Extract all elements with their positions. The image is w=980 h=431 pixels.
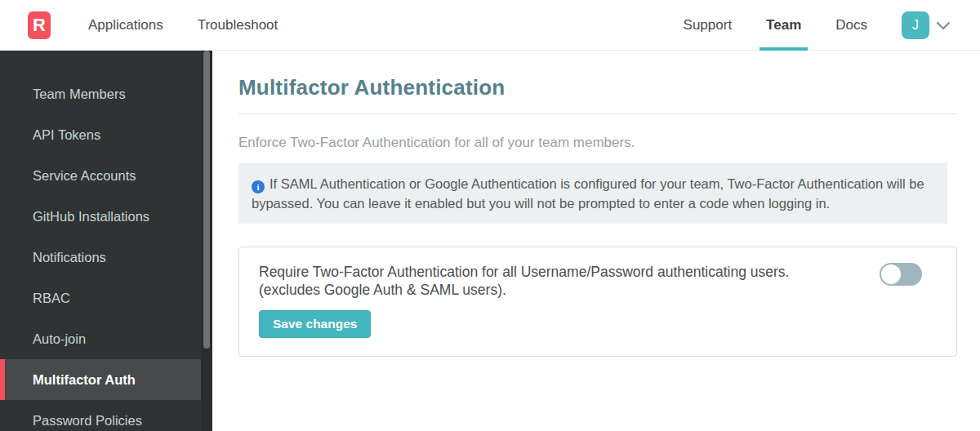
sidebar-item-github-installations[interactable]: GitHub Installations [0,196,201,237]
title-divider [238,113,957,114]
info-banner-text: If SAML Authentication or Google Authent… [252,176,924,211]
setting-line-1: Require Two-Factor Authentication for al… [259,263,863,281]
settings-sidebar: Team Members API Tokens Service Accounts… [0,51,212,431]
sidebar-item-auto-join[interactable]: Auto-join [0,318,201,359]
page-description: Enforce Two-Factor Authentication for al… [238,135,957,151]
sidebar-item-multifactor-auth[interactable]: Multifactor Auth [0,359,201,400]
nav-item-applications[interactable]: Applications [88,0,163,51]
secondary-nav: Support Team Docs J [684,0,962,51]
info-banner: iIf SAML Authentication or Google Authen… [238,163,947,224]
sidebar-item-notifications[interactable]: Notifications [0,237,201,278]
setting-description: Require Two-Factor Authentication for al… [259,263,863,299]
sidebar-nav: Team Members API Tokens Service Accounts… [0,51,212,431]
main-content: Multifactor Authentication Enforce Two-F… [212,51,980,431]
mfa-toggle[interactable] [880,263,922,286]
nav-item-team[interactable]: Team [766,0,801,51]
primary-nav: Applications Troubleshoot [88,0,278,51]
active-tab-underline [760,47,808,51]
sidebar-item-rbac[interactable]: RBAC [0,278,201,318]
mfa-setting-card: Require Two-Factor Authentication for al… [238,247,957,357]
nav-item-support[interactable]: Support [684,0,733,51]
mfa-toggle-knob [881,264,901,284]
user-menu[interactable]: J [902,11,951,39]
sidebar-item-service-accounts[interactable]: Service Accounts [0,155,201,196]
info-icon: i [252,180,265,193]
rollbar-logo[interactable]: R [28,11,51,39]
page-layout: Team Members API Tokens Service Accounts… [0,51,980,431]
chevron-down-icon[interactable] [936,20,951,30]
nav-item-troubleshoot[interactable]: Troubleshoot [198,0,278,51]
top-header: R Applications Troubleshoot Support Team… [0,0,980,51]
sidebar-item-team-members[interactable]: Team Members [0,73,201,114]
sidebar-scrollbar-thumb[interactable] [203,51,210,349]
save-changes-button[interactable]: Save changes [259,310,371,338]
sidebar-item-password-policies[interactable]: Password Policies [0,400,201,431]
logo-letter: R [33,15,46,36]
setting-line-2: (excludes Google Auth & SAML users). [259,281,863,299]
page-title: Multifactor Authentication [238,75,957,100]
nav-item-docs[interactable]: Docs [835,0,867,51]
avatar-initial: J [912,18,919,33]
sidebar-item-api-tokens[interactable]: API Tokens [0,114,201,155]
avatar[interactable]: J [902,11,929,39]
